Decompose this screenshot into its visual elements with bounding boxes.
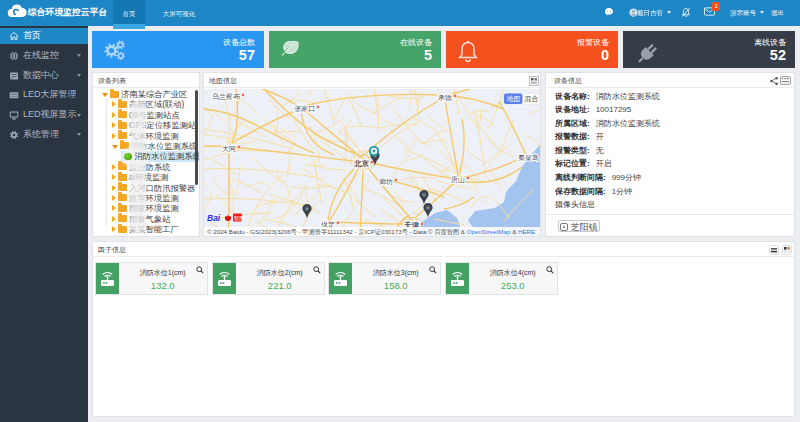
svg-text:智图: 智图	[234, 215, 245, 222]
svg-text:Bai: Bai	[207, 213, 221, 223]
svg-text:大同: 大同	[222, 145, 236, 152]
svg-text:唐山: 唐山	[451, 175, 465, 183]
svg-text:秦皇岛: 秦皇岛	[518, 154, 539, 161]
svg-text:地图: 地图	[506, 95, 521, 103]
svg-text:乌兰察布: 乌兰察布	[212, 92, 241, 100]
svg-text:承德: 承德	[438, 94, 452, 102]
svg-text:张家口: 张家口	[294, 105, 315, 113]
svg-text:© 2024 Baidu - GS(2023)3206号 -: © 2024 Baidu - GS(2023)3206号 - 甲测资字11111…	[207, 228, 535, 236]
svg-text:北京: 北京	[353, 159, 370, 168]
svg-text:廊坊: 廊坊	[379, 178, 393, 186]
svg-text:混合: 混合	[524, 95, 539, 103]
